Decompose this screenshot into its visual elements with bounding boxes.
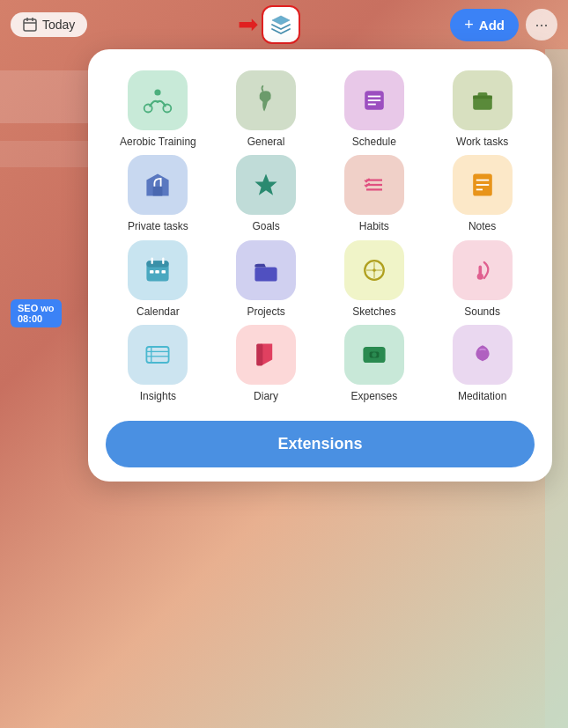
- svg-rect-0: [24, 19, 36, 31]
- icon-label-habits: Habits: [359, 220, 389, 232]
- svg-point-33: [373, 268, 376, 272]
- layers-arrow-container: ➡: [238, 5, 300, 44]
- icon-box-schedule: [344, 70, 404, 130]
- icon-label-meditation: Meditation: [458, 390, 506, 402]
- ellipsis-icon: ···: [535, 16, 548, 34]
- icon-box-sketches: [344, 240, 404, 300]
- icon-label-general: General: [247, 136, 285, 148]
- svg-rect-36: [147, 347, 169, 363]
- icon-item-aerobic-training[interactable]: Aerobic Training: [106, 70, 210, 148]
- icon-box-habits: [344, 155, 404, 215]
- icon-label-diary: Diary: [254, 390, 278, 402]
- svg-rect-13: [473, 96, 492, 99]
- icon-label-insights: Insights: [140, 390, 176, 402]
- svg-rect-27: [156, 270, 160, 274]
- plus-icon: +: [464, 16, 474, 34]
- calendar-icon: [23, 18, 37, 32]
- svg-rect-40: [256, 344, 262, 366]
- red-arrow-icon: ➡: [238, 12, 258, 37]
- more-button[interactable]: ···: [526, 9, 557, 40]
- svg-point-5: [144, 105, 152, 113]
- icon-item-sketches[interactable]: Sketches: [322, 240, 427, 318]
- popup-card: Aerobic TrainingGeneralScheduleWork task…: [88, 49, 552, 482]
- today-button[interactable]: Today: [11, 12, 87, 37]
- icon-item-schedule[interactable]: Schedule: [322, 70, 427, 148]
- icon-item-private-tasks[interactable]: Private tasks: [106, 155, 210, 232]
- icon-box-goals: [236, 155, 296, 215]
- icon-label-sounds: Sounds: [464, 305, 500, 318]
- top-bar: Today ➡ + Add ···: [0, 0, 568, 49]
- icon-item-calendar[interactable]: Calendar: [106, 240, 210, 318]
- icon-item-goals[interactable]: Goals: [214, 155, 319, 232]
- icon-item-insights[interactable]: Insights: [106, 325, 210, 402]
- icon-grid: Aerobic TrainingGeneralScheduleWork task…: [106, 70, 535, 403]
- svg-point-43: [372, 352, 376, 357]
- icon-label-private-tasks: Private tasks: [128, 220, 188, 232]
- svg-rect-28: [162, 270, 166, 274]
- icon-label-notes: Notes: [468, 220, 496, 232]
- icon-box-expenses: [344, 325, 404, 385]
- svg-rect-29: [255, 267, 277, 281]
- svg-point-4: [155, 89, 161, 95]
- icon-box-meditation: [453, 325, 513, 385]
- svg-rect-23: [147, 261, 169, 267]
- icon-item-meditation[interactable]: Meditation: [430, 325, 535, 402]
- icon-item-expenses[interactable]: Expenses: [322, 325, 427, 402]
- icon-box-work-tasks: [453, 70, 513, 130]
- seo-event-block: SEO wo 08:00: [11, 299, 62, 327]
- icon-label-projects: Projects: [247, 305, 284, 318]
- icon-box-diary: [236, 325, 296, 385]
- icon-item-work-tasks[interactable]: Work tasks: [430, 70, 535, 148]
- icon-label-work-tasks: Work tasks: [456, 136, 508, 148]
- icon-item-projects[interactable]: Projects: [214, 240, 319, 318]
- icon-box-calendar: [128, 240, 188, 300]
- icon-label-goals: Goals: [252, 220, 279, 232]
- icon-item-habits[interactable]: Habits: [322, 155, 427, 232]
- svg-rect-26: [150, 270, 154, 274]
- icon-box-projects: [236, 240, 296, 300]
- icon-label-schedule: Schedule: [352, 136, 396, 148]
- icon-box-aerobic-training: [128, 70, 188, 130]
- icon-item-diary[interactable]: Diary: [214, 325, 319, 402]
- icon-box-insights: [128, 325, 188, 385]
- icon-item-general[interactable]: General: [214, 70, 319, 148]
- extensions-button[interactable]: Extensions: [106, 421, 535, 467]
- icon-box-private-tasks: [128, 155, 188, 215]
- layers-button[interactable]: [262, 5, 300, 44]
- icon-item-notes[interactable]: Notes: [430, 155, 535, 232]
- layers-icon: [270, 14, 291, 35]
- icon-label-expenses: Expenses: [351, 390, 398, 402]
- icon-item-sounds[interactable]: Sounds: [430, 240, 535, 318]
- icon-label-sketches: Sketches: [352, 305, 395, 318]
- svg-rect-14: [153, 187, 163, 196]
- icon-box-sounds: [453, 240, 513, 300]
- add-button[interactable]: + Add: [450, 9, 519, 41]
- icon-box-notes: [453, 155, 513, 215]
- icon-label-aerobic-training: Aerobic Training: [120, 136, 196, 148]
- svg-rect-35: [478, 265, 482, 277]
- icon-box-general: [236, 70, 296, 130]
- icon-label-calendar: Calendar: [136, 305, 180, 318]
- svg-point-6: [164, 105, 172, 113]
